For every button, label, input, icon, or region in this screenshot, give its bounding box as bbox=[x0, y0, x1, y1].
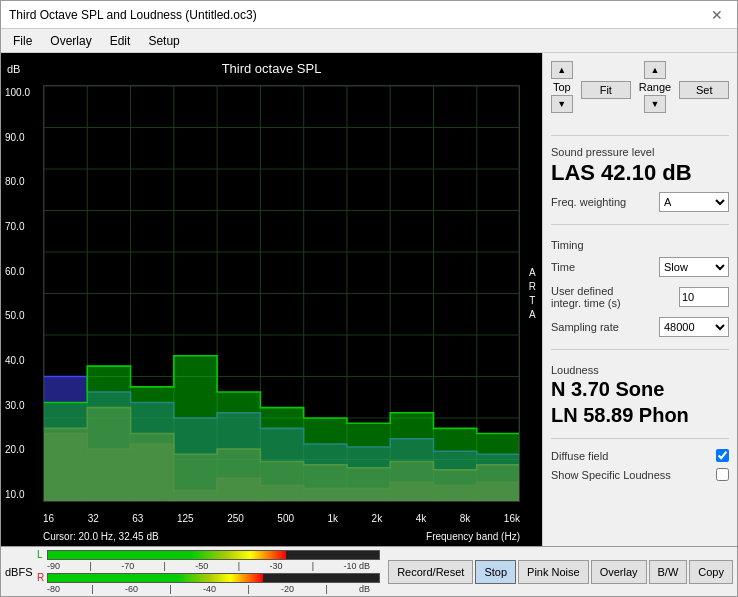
set-button[interactable]: Set bbox=[679, 81, 729, 99]
cursor-info: Cursor: 20.0 Hz, 32.45 dB bbox=[43, 531, 159, 542]
menu-file[interactable]: File bbox=[5, 32, 40, 50]
y-label-20: 20.0 bbox=[5, 444, 43, 455]
chart-bottom-info: Cursor: 20.0 Hz, 32.45 dB Frequency band… bbox=[43, 531, 520, 542]
loudness-ln-value: LN 58.89 Phon bbox=[551, 402, 729, 428]
freq-weighting-row: Freq. weighting A B C Z bbox=[551, 192, 729, 212]
dbfs-label: dBFS bbox=[5, 566, 37, 578]
pink-noise-button[interactable]: Pink Noise bbox=[518, 560, 589, 584]
spl-section: Sound pressure level LAS 42.10 dB bbox=[551, 146, 729, 186]
nav-controls: ▲ Top ▼ Fit ▲ Range ▼ Set bbox=[551, 61, 729, 119]
show-specific-checkbox[interactable] bbox=[716, 468, 729, 481]
left-channel-label: L bbox=[37, 549, 45, 560]
range-label: Range bbox=[639, 81, 671, 93]
close-button[interactable]: ✕ bbox=[705, 5, 729, 25]
left-meter-bar-container bbox=[47, 550, 380, 560]
left-meter-row: L bbox=[37, 549, 380, 560]
divider-4 bbox=[551, 438, 729, 439]
meter-container: L -90 | -70 | -50 | -30 | -10 dB bbox=[37, 549, 380, 594]
bw-button[interactable]: B/W bbox=[649, 560, 688, 584]
chart-area: Third octave SPL 100.0 90.0 80.0 70.0 60… bbox=[1, 53, 542, 546]
right-meter-row: R bbox=[37, 572, 380, 583]
window-title: Third Octave SPL and Loudness (Untitled.… bbox=[9, 8, 257, 22]
user-defined-row: User definedintegr. time (s) bbox=[551, 285, 729, 309]
y-label-100: 100.0 bbox=[5, 87, 43, 98]
freq-weighting-label: Freq. weighting bbox=[551, 196, 626, 208]
time-row: Time Fast Slow Impulse bbox=[551, 257, 729, 277]
user-defined-label: User definedintegr. time (s) bbox=[551, 285, 621, 309]
fit-button[interactable]: Fit bbox=[581, 81, 631, 99]
sampling-rate-row: Sampling rate 44100 48000 96000 bbox=[551, 317, 729, 337]
spl-section-label: Sound pressure level bbox=[551, 146, 729, 158]
y-label-30: 30.0 bbox=[5, 400, 43, 411]
loudness-section: Loudness N 3.70 Sone LN 58.89 Phon bbox=[551, 360, 729, 428]
chart-svg bbox=[44, 86, 519, 501]
top-down-arrow[interactable]: ▼ bbox=[551, 95, 573, 113]
freq-weighting-select[interactable]: A B C Z bbox=[659, 192, 729, 212]
copy-button[interactable]: Copy bbox=[689, 560, 733, 584]
top-label: Top bbox=[553, 81, 571, 93]
sampling-rate-label: Sampling rate bbox=[551, 321, 619, 333]
main-content: Third octave SPL 100.0 90.0 80.0 70.0 60… bbox=[1, 53, 737, 546]
time-label: Time bbox=[551, 261, 575, 273]
arta-label: A R T A bbox=[529, 85, 536, 502]
set-control-group: Set bbox=[679, 61, 729, 119]
y-label-70: 70.0 bbox=[5, 221, 43, 232]
diffuse-field-label: Diffuse field bbox=[551, 450, 608, 462]
y-label-80: 80.0 bbox=[5, 176, 43, 187]
range-up-arrow[interactable]: ▲ bbox=[644, 61, 666, 79]
right-channel-label: R bbox=[37, 572, 45, 583]
fit-control-group: Fit bbox=[581, 61, 631, 119]
action-buttons: Record/Reset Stop Pink Noise Overlay B/W… bbox=[388, 560, 733, 584]
loudness-n-value: N 3.70 Sone bbox=[551, 376, 729, 402]
x-axis-labels: 16 32 63 125 250 500 1k 2k 4k 8k 16k bbox=[43, 513, 520, 524]
dbfs-section: dBFS L -90 | -70 | -50 | -30 bbox=[1, 547, 737, 596]
right-ticks: -80 | -60 | -40 | -20 | dB bbox=[37, 584, 380, 594]
divider-3 bbox=[551, 349, 729, 350]
menu-overlay[interactable]: Overlay bbox=[42, 32, 99, 50]
overlay-button[interactable]: Overlay bbox=[591, 560, 647, 584]
spl-value: LAS 42.10 dB bbox=[551, 160, 729, 186]
timing-label: Timing bbox=[551, 239, 729, 251]
y-label-40: 40.0 bbox=[5, 355, 43, 366]
sampling-rate-select[interactable]: 44100 48000 96000 bbox=[659, 317, 729, 337]
divider-2 bbox=[551, 224, 729, 225]
stop-button[interactable]: Stop bbox=[475, 560, 516, 584]
user-defined-input[interactable] bbox=[679, 287, 729, 307]
diffuse-field-row: Diffuse field bbox=[551, 449, 729, 462]
right-meter-bar-container bbox=[47, 573, 380, 583]
range-control-group: ▲ Range ▼ bbox=[639, 61, 671, 119]
bottom-bar: dBFS L -90 | -70 | -50 | -30 bbox=[1, 546, 737, 596]
top-up-arrow[interactable]: ▲ bbox=[551, 61, 573, 79]
left-meter-bar bbox=[48, 551, 286, 559]
y-label-90: 90.0 bbox=[5, 132, 43, 143]
db-label: dB bbox=[7, 63, 20, 75]
y-label-10: 10.0 bbox=[5, 489, 43, 500]
left-ticks: -90 | -70 | -50 | -30 | -10 dB bbox=[37, 561, 380, 571]
show-specific-label: Show Specific Loudness bbox=[551, 469, 671, 481]
title-bar: Third Octave SPL and Loudness (Untitled.… bbox=[1, 1, 737, 29]
show-specific-row: Show Specific Loudness bbox=[551, 468, 729, 481]
divider-1 bbox=[551, 135, 729, 136]
menu-setup[interactable]: Setup bbox=[140, 32, 187, 50]
main-window: Third Octave SPL and Loudness (Untitled.… bbox=[0, 0, 738, 597]
top-control-group: ▲ Top ▼ bbox=[551, 61, 573, 119]
range-down-arrow[interactable]: ▼ bbox=[644, 95, 666, 113]
time-select[interactable]: Fast Slow Impulse bbox=[659, 257, 729, 277]
freq-band-label: Frequency band (Hz) bbox=[426, 531, 520, 542]
record-reset-button[interactable]: Record/Reset bbox=[388, 560, 473, 584]
chart-title: Third octave SPL bbox=[222, 61, 322, 76]
menu-edit[interactable]: Edit bbox=[102, 32, 139, 50]
diffuse-field-checkbox[interactable] bbox=[716, 449, 729, 462]
right-panel: ▲ Top ▼ Fit ▲ Range ▼ Set bbox=[542, 53, 737, 546]
menu-bar: File Overlay Edit Setup bbox=[1, 29, 737, 53]
right-meter-bar bbox=[48, 574, 263, 582]
y-label-50: 50.0 bbox=[5, 310, 43, 321]
y-label-60: 60.0 bbox=[5, 266, 43, 277]
loudness-section-label: Loudness bbox=[551, 364, 729, 376]
